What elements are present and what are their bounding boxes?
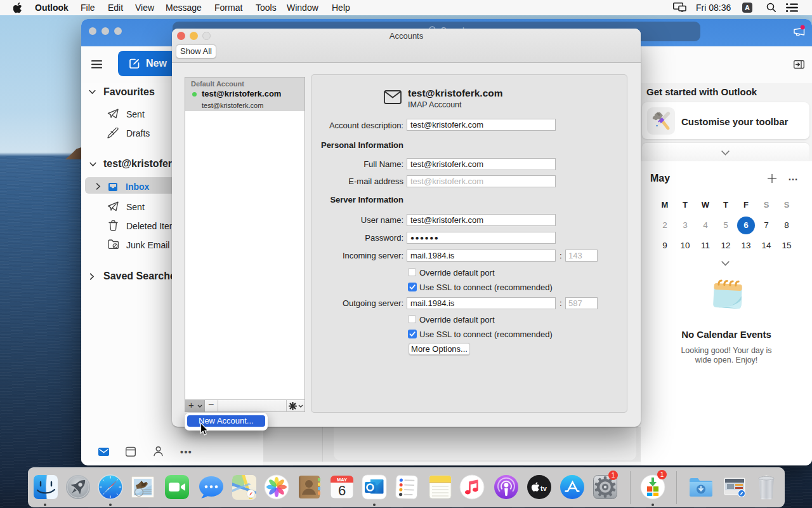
svg-text:MAY: MAY xyxy=(337,477,347,483)
svg-text:6: 6 xyxy=(338,483,346,498)
svg-text:tv: tv xyxy=(540,485,547,492)
